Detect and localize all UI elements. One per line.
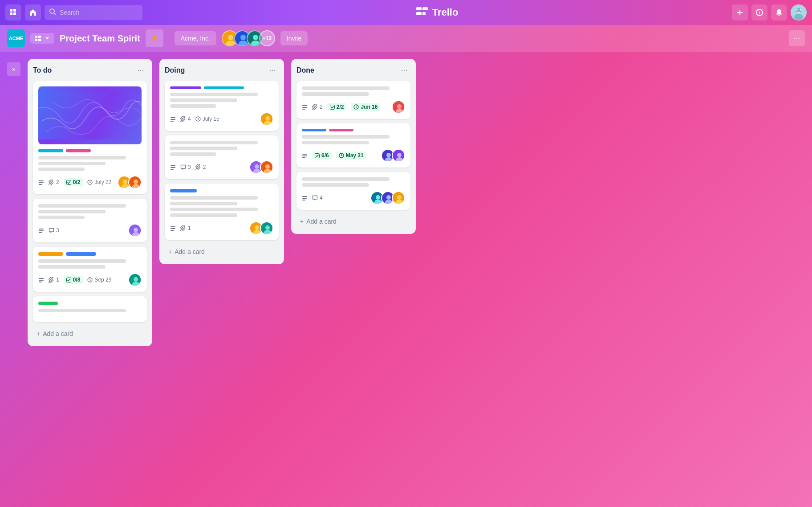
svg-point-25 [228,35,233,40]
svg-rect-61 [171,121,174,122]
todo-card-3[interactable]: 1 0/8 Sep 29 [33,247,147,292]
more-members-badge[interactable]: +12 [259,30,275,46]
done-card-1[interactable]: 2 2/2 Jun 16 [296,81,410,119]
card-text-lines [38,309,142,312]
card-footer: 2 2/2 Jun 16 [302,100,405,114]
svg-rect-92 [302,154,307,155]
card-text-lines [170,196,273,217]
card-line [170,104,216,108]
progress-bar-cyan [204,86,244,89]
tag-green [38,302,58,305]
done-card-2[interactable]: 6/6 May 31 [296,123,410,168]
svg-rect-21 [38,36,41,38]
doing-card-3[interactable]: 1 [165,184,279,240]
tag-blue [170,189,197,192]
card-line [170,208,258,211]
todo-card-1[interactable]: 2 0/2 July 22 [33,81,147,194]
card-tags [38,252,142,256]
plus-icon: + [300,218,304,225]
svg-rect-68 [171,169,174,170]
column-doing-menu[interactable]: ··· [266,64,279,77]
card-line [38,309,126,312]
svg-point-17 [794,14,803,20]
todo-card-4[interactable] [33,296,147,322]
apps-button[interactable] [5,4,21,20]
card-line [38,156,126,159]
svg-point-101 [397,153,402,157]
card-tags [38,149,142,152]
card-text-lines [38,156,142,171]
card-line [302,141,369,144]
svg-rect-103 [302,196,307,197]
card-line [170,147,237,150]
bell-button[interactable] [771,4,787,20]
user-avatar[interactable] [791,4,807,20]
star-button[interactable]: ★ [146,29,163,47]
card-checklist-done: 6/6 [312,151,332,159]
svg-point-73 [265,164,270,169]
column-done: Done ··· 2 2/2 [291,59,416,234]
card-line [38,168,85,171]
column-done-menu[interactable]: ··· [398,64,410,77]
card-text-lines [38,259,142,269]
invite-button[interactable]: Invite [280,31,308,45]
plus-icon: + [168,248,172,255]
add-card-button-todo[interactable]: + Add a card [33,327,147,341]
card-text-lines [38,204,142,219]
column-todo-menu[interactable]: ··· [134,64,147,77]
add-card-button-doing[interactable]: + Add a card [165,245,279,259]
info-button[interactable]: i [751,4,767,20]
done-card-3[interactable]: 4 [296,172,410,210]
svg-rect-3 [13,12,16,15]
doing-card-2[interactable]: 3 2 [165,135,279,179]
svg-point-31 [253,35,258,40]
nav-center: Trello [146,7,728,18]
card-avatar [392,149,405,162]
card-member-avatars [249,160,273,174]
doing-card-1[interactable]: 4 July 15 [165,81,279,131]
card-progress-bars [170,86,273,89]
card-desc-icon [38,277,44,283]
card-avatar [392,100,405,114]
card-member-avatars [128,224,142,237]
svg-point-49 [134,228,138,232]
svg-point-70 [255,164,259,169]
add-card-button-done[interactable]: + Add a card [296,214,410,229]
card-footer: 1 [170,221,273,235]
column-todo: To do ··· [28,59,152,346]
tag-cyan [38,149,63,152]
more-options-button[interactable]: ··· [789,30,805,46]
tag-blue [66,252,96,256]
card-desc-icon [302,104,308,110]
svg-point-40 [123,180,127,184]
plus-button[interactable] [732,4,748,20]
sidebar-toggle-button[interactable]: » [7,62,20,76]
card-line [170,98,237,102]
card-member-avatars [370,191,405,204]
svg-rect-59 [171,117,175,118]
app-name: Trello [432,7,459,18]
card-desc-icon [170,225,176,231]
card-tags [170,189,273,192]
svg-point-82 [265,225,270,230]
todo-card-2[interactable]: 3 [33,199,147,242]
svg-point-43 [134,180,138,184]
card-cover [38,86,142,144]
svg-rect-84 [302,105,307,106]
search-input[interactable] [45,5,142,20]
card-line [302,135,390,139]
progress-bar-pink [329,129,353,131]
card-line [302,177,390,181]
home-button[interactable] [25,4,41,20]
svg-rect-0 [10,9,12,12]
card-avatar [260,160,273,174]
svg-rect-45 [39,229,44,229]
card-member-avatars [128,273,142,286]
board-type-button[interactable] [30,33,54,44]
workspace-button[interactable]: Acme, Inc. [175,31,216,45]
nav-right: i [732,4,807,20]
svg-point-28 [240,35,246,40]
card-date: July 15 [195,116,219,122]
column-todo-header: To do ··· [33,64,147,77]
card-line [170,213,237,217]
